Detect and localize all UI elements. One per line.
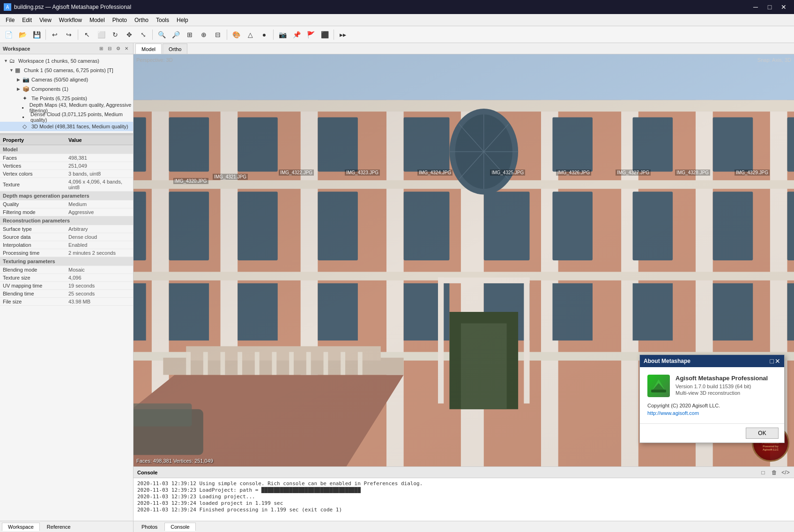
right-area: Model Ortho bbox=[134, 43, 794, 532]
workspace-title: Workspace bbox=[3, 46, 30, 52]
property-name: Interpolation bbox=[0, 241, 66, 249]
color-button[interactable]: 🎨 bbox=[230, 28, 243, 41]
tab-reference[interactable]: Reference bbox=[41, 523, 77, 531]
table-row: File size43.98 MB bbox=[0, 298, 133, 306]
point-button[interactable]: ● bbox=[258, 28, 271, 41]
marker-button[interactable]: 📌 bbox=[290, 28, 303, 41]
zoom-fit-button[interactable]: ⊞ bbox=[183, 28, 196, 41]
property-name: Surface type bbox=[0, 225, 66, 233]
table-row: Blending time25 seconds bbox=[0, 290, 133, 298]
property-name: Blending mode bbox=[0, 266, 66, 274]
dense-cloud-icon: ▪ bbox=[22, 114, 29, 120]
viewport[interactable]: IMG_4320.JPG IMG_4321.JPG IMG_4322.JPG I… bbox=[134, 54, 794, 466]
workspace-panel: Workspace ⊞ ⊟ ⚙ ✕ ▼ 🗂 Workspace (1 chunk… bbox=[0, 43, 133, 133]
surface-button[interactable]: △ bbox=[244, 28, 257, 41]
menu-edit[interactable]: Edit bbox=[18, 16, 36, 24]
undo-button[interactable]: ↩ bbox=[48, 28, 61, 41]
workspace-settings-btn[interactable]: ⚙ bbox=[114, 45, 122, 52]
zoom-in-button[interactable]: 🔍 bbox=[155, 28, 168, 41]
console-expand-btn[interactable]: □ bbox=[758, 468, 768, 477]
console-content: 2020-11-03 12:39:12 Using simple console… bbox=[134, 478, 794, 521]
depth-maps-item[interactable]: ▪ Depth Maps (43, Medium quality, Aggres… bbox=[0, 103, 133, 112]
save-button[interactable]: 💾 bbox=[30, 28, 43, 41]
dialog-close-btn[interactable]: ✕ bbox=[775, 357, 780, 365]
zoom-nav-button[interactable]: ⊕ bbox=[197, 28, 210, 41]
tab-model[interactable]: Model bbox=[135, 44, 162, 54]
dialog-logo-row: Agisoft Metashape Professional Version 1… bbox=[647, 375, 777, 397]
section-header: Model bbox=[0, 145, 133, 154]
tab-workspace[interactable]: Workspace bbox=[2, 523, 40, 531]
chunk-item[interactable]: ▼ ▦ Chunk 1 (50 cameras, 6,725 points) [… bbox=[0, 66, 133, 75]
minimize-button[interactable]: ─ bbox=[749, 2, 762, 12]
maximize-button[interactable]: □ bbox=[763, 2, 776, 12]
menu-view[interactable]: View bbox=[36, 16, 55, 24]
tab-console[interactable]: Console bbox=[164, 523, 195, 531]
dialog-body: Agisoft Metashape Professional Version 1… bbox=[640, 367, 784, 423]
property-value: Mosaic bbox=[66, 266, 133, 274]
property-name: Blending time bbox=[0, 290, 66, 298]
left-bottom-tabs: Workspace Reference bbox=[0, 521, 133, 532]
website-link[interactable]: http://www.agisoft.com bbox=[647, 410, 777, 416]
workspace-collapse-btn[interactable]: ⊟ bbox=[106, 45, 113, 52]
depth-maps-icon: ▪ bbox=[22, 104, 28, 111]
rotate-button[interactable]: ↻ bbox=[109, 28, 122, 41]
tie-points-item[interactable]: ✦ Tie Points (6,725 points) bbox=[0, 94, 133, 103]
console-code-btn[interactable]: </> bbox=[781, 468, 790, 477]
bottom-panel-tabs: Photos Console bbox=[134, 521, 794, 532]
property-value: Arbitrary bbox=[66, 225, 133, 233]
cam-label-4327: IMG_4327.JPG bbox=[616, 170, 651, 176]
menu-model[interactable]: Model bbox=[86, 16, 109, 24]
dense-cloud-item[interactable]: ▪ Dense Cloud (3,071,125 points, Medium … bbox=[0, 112, 133, 122]
table-row: Blending modeMosaic bbox=[0, 266, 133, 274]
cameras-item[interactable]: ▶ 📷 Cameras (50/50 aligned) bbox=[0, 75, 133, 84]
copyright-label: Copyright (C) 2020 Agisoft LLC. bbox=[647, 403, 777, 408]
cam-label-4322: IMG_4322.JPG bbox=[279, 170, 314, 176]
property-value: 4,096 x 4,096, 4 bands, uint8 bbox=[66, 178, 133, 192]
menu-bar: File Edit View Workflow Model Photo Orth… bbox=[0, 14, 794, 26]
menu-tools[interactable]: Tools bbox=[152, 16, 173, 24]
property-value: 25 seconds bbox=[66, 290, 133, 298]
zoom-out-button[interactable]: 🔎 bbox=[169, 28, 182, 41]
select-rect-button[interactable]: ⬜ bbox=[95, 28, 108, 41]
menu-ortho[interactable]: Ortho bbox=[131, 16, 152, 24]
tab-photos[interactable]: Photos bbox=[135, 523, 163, 531]
property-name: Vertices bbox=[0, 162, 66, 170]
scale-button[interactable]: ⤡ bbox=[137, 28, 150, 41]
table-row: Faces498,381 bbox=[0, 154, 133, 162]
components-item[interactable]: ▶ 📦 Components (1) bbox=[0, 84, 133, 94]
table-row: Texture size4,096 bbox=[0, 274, 133, 282]
more-button[interactable]: ▸▸ bbox=[336, 28, 349, 41]
close-button[interactable]: ✕ bbox=[777, 2, 790, 12]
workspace-expand-btn[interactable]: ⊞ bbox=[97, 45, 105, 52]
menu-help[interactable]: Help bbox=[173, 16, 192, 24]
camera-button[interactable]: 📷 bbox=[276, 28, 289, 41]
table-row: Filtering modeAggressive bbox=[0, 208, 133, 216]
new-button[interactable]: 📄 bbox=[2, 28, 15, 41]
redo-button[interactable]: ↪ bbox=[62, 28, 75, 41]
console-clear-btn[interactable]: 🗑 bbox=[770, 468, 779, 477]
toolbar-sep-1 bbox=[45, 30, 46, 40]
ok-button[interactable]: OK bbox=[746, 428, 779, 439]
viewport-status: Faces: 498,381 Vertices: 251,049 bbox=[136, 458, 213, 464]
region-button[interactable]: ⬛ bbox=[318, 28, 331, 41]
console-line: 2020-11-03 12:39:23 Loading project... bbox=[137, 494, 790, 500]
property-name: Quality bbox=[0, 200, 66, 208]
open-button[interactable]: 📂 bbox=[16, 28, 29, 41]
menu-file[interactable]: File bbox=[2, 16, 18, 24]
dialog-info: Agisoft Metashape Professional Version 1… bbox=[675, 375, 777, 396]
menu-workflow[interactable]: Workflow bbox=[55, 16, 86, 24]
move-button[interactable]: ✥ bbox=[123, 28, 136, 41]
flag-button[interactable]: 🚩 bbox=[304, 28, 317, 41]
dialog-maximize-btn[interactable]: □ bbox=[770, 357, 774, 365]
model-3d-label: 3D Model (498,381 faces, Medium quality) bbox=[31, 124, 128, 129]
workspace-root[interactable]: ▼ 🗂 Workspace (1 chunks, 50 cameras) bbox=[0, 56, 133, 66]
menu-photo[interactable]: Photo bbox=[109, 16, 131, 24]
property-value: 43.98 MB bbox=[66, 298, 133, 306]
tab-ortho[interactable]: Ortho bbox=[163, 44, 188, 54]
split-view-button[interactable]: ⊟ bbox=[211, 28, 224, 41]
select-button[interactable]: ↖ bbox=[81, 28, 94, 41]
table-row: Vertex colors3 bands, uint8 bbox=[0, 170, 133, 178]
property-value: 19 seconds bbox=[66, 282, 133, 290]
workspace-close-btn[interactable]: ✕ bbox=[123, 45, 130, 52]
model-3d-item[interactable]: ◇ 3D Model (498,381 faces, Medium qualit… bbox=[0, 122, 133, 131]
